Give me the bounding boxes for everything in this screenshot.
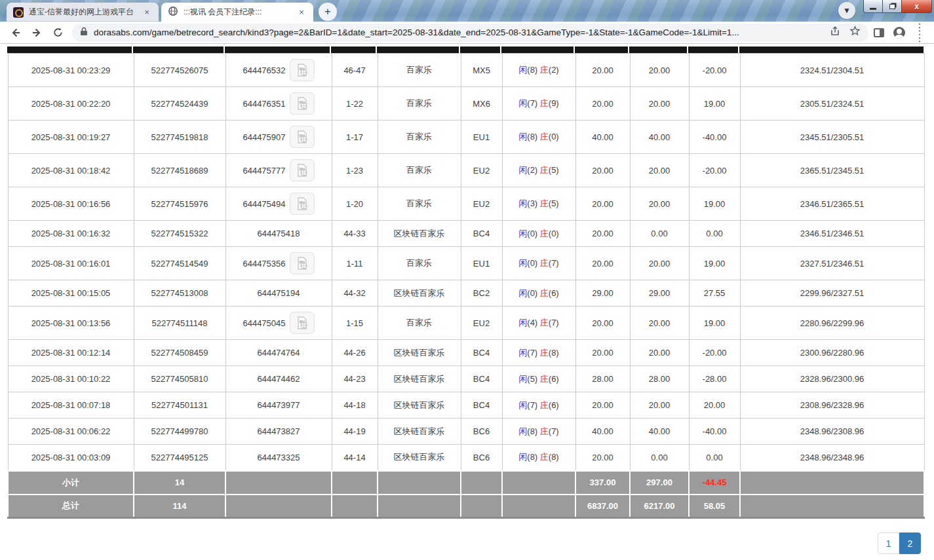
cell-balance: 2308.96/2328.96 xyxy=(740,392,924,419)
cell-win-loss: 19.00 xyxy=(689,307,740,340)
table-row: 2025-08-31 00:15:05 522774513008 6444751… xyxy=(8,280,924,307)
total-row: 总计 114 6837.00 6217.00 58.05 xyxy=(8,495,924,518)
cell-bet-time: 2025-08-31 00:06:22 xyxy=(8,419,134,445)
cell-bet-id: 522774515322 xyxy=(134,221,225,247)
tab-bet-records[interactable]: :::视讯 会员下注纪录::: × xyxy=(161,3,313,22)
cell-bet-amount-link[interactable]: 20.00 xyxy=(575,154,630,187)
bookmark-star-icon[interactable] xyxy=(849,26,861,39)
cell-bet-id: 522774499780 xyxy=(134,419,225,445)
video-replay-icon[interactable] xyxy=(290,92,315,115)
tab-close-icon[interactable]: × xyxy=(296,7,307,17)
cell-bet-amount-link[interactable]: 20.00 xyxy=(575,54,630,87)
round-number: 644476532 xyxy=(243,65,285,75)
cell-table-number: 1-23 xyxy=(332,154,378,187)
video-replay-icon[interactable] xyxy=(290,159,315,181)
cell-bet-amount-link[interactable]: 20.00 xyxy=(575,247,630,280)
round-number: 644473827 xyxy=(257,426,300,436)
cell-table-number: 44-14 xyxy=(332,445,378,471)
cell-table-number: 1-17 xyxy=(332,121,378,154)
cell-bet-amount-link[interactable]: 20.00 xyxy=(575,87,630,121)
page-button-2[interactable]: 2 xyxy=(899,532,921,554)
cell-game-name: 区块链百家乐 xyxy=(378,366,461,392)
minimize-button[interactable] xyxy=(863,0,883,13)
cell-bet-amount-link[interactable]: 28.00 xyxy=(575,366,630,392)
bet-records-table: 2025-08-31 00:23:29 522774526075 6444765… xyxy=(7,53,925,519)
page-button-1[interactable]: 1 xyxy=(878,532,899,554)
cell-table-code: EU1 xyxy=(461,121,502,154)
forward-icon[interactable] xyxy=(28,24,45,41)
player-result-value: (3) xyxy=(527,198,537,208)
cell-win-loss: 27.55 xyxy=(689,280,740,307)
cell-table-number: 44-23 xyxy=(332,366,378,392)
cell-valid-bet: 20.00 xyxy=(630,307,689,340)
cell-bet-amount-link[interactable]: 20.00 xyxy=(575,392,630,419)
video-replay-icon[interactable] xyxy=(290,252,315,274)
cell-table-number: 46-47 xyxy=(332,54,378,87)
cell-bet-amount-link[interactable]: 20.00 xyxy=(575,221,630,247)
video-replay-icon[interactable] xyxy=(290,59,315,81)
cell-result: 闲(7) 庄(6) xyxy=(502,392,575,419)
table-row: 2025-08-31 00:13:56 522774511148 6444750… xyxy=(8,307,924,340)
globe-icon xyxy=(168,6,178,18)
video-replay-icon[interactable] xyxy=(290,312,315,334)
cell-bet-amount-link[interactable]: 29.00 xyxy=(575,280,630,307)
address-bar[interactable]: dorasabs.com/game/betrecord_search/kind3… xyxy=(72,24,868,42)
cell-game-name: 区块链百家乐 xyxy=(378,340,461,366)
cell-valid-bet: 20.00 xyxy=(630,247,689,280)
cell-game-name: 区块链百家乐 xyxy=(378,221,461,247)
cell-table-code: EU2 xyxy=(461,187,502,221)
cell-bet-time: 2025-08-31 00:07:18 xyxy=(8,392,134,419)
tab-home[interactable]: 通宝-信誉最好的网上游戏平台 × xyxy=(7,3,159,22)
table-row: 2025-08-31 00:18:42 522774518689 6444757… xyxy=(8,154,924,187)
cell-result: 闲(8) 庄(7) xyxy=(502,419,575,445)
round-number: 644475194 xyxy=(257,288,300,298)
round-number: 644476351 xyxy=(243,99,285,109)
share-icon[interactable] xyxy=(830,26,840,39)
cell-result: 闲(0) 庄(7) xyxy=(502,247,575,280)
cell-bet-time: 2025-08-31 00:16:01 xyxy=(8,247,134,280)
banker-result-value: (7) xyxy=(549,318,559,327)
tab-search-chevron-icon[interactable]: ▼ xyxy=(838,2,855,19)
video-replay-icon[interactable] xyxy=(290,193,315,215)
cell-game-name: 百家乐 xyxy=(378,154,461,187)
browser-toolbar: dorasabs.com/game/betrecord_search/kind3… xyxy=(0,22,934,44)
round-number: 644475418 xyxy=(257,229,300,238)
menu-kebab-icon[interactable]: ⋮⋮ xyxy=(914,22,925,43)
banker-result-label: 庄 xyxy=(540,258,549,268)
profile-avatar-icon[interactable] xyxy=(893,27,905,39)
maximize-button[interactable] xyxy=(883,0,902,13)
cell-valid-bet: 20.00 xyxy=(630,154,689,187)
cell-table-number: 44-19 xyxy=(332,419,378,445)
cell-bet-amount-link[interactable]: 40.00 xyxy=(575,419,630,445)
player-result-value: (7) xyxy=(527,348,537,358)
cell-bet-amount-link[interactable]: 20.00 xyxy=(575,187,630,221)
tab-close-icon[interactable]: × xyxy=(142,7,152,17)
reload-icon[interactable] xyxy=(49,24,66,41)
round-number: 644475356 xyxy=(243,259,285,269)
cell-game-name: 区块链百家乐 xyxy=(378,419,461,445)
new-tab-button[interactable]: + xyxy=(319,3,337,21)
cell-balance: 2345.51/2305.51 xyxy=(740,121,924,154)
cell-result: 闲(3) 庄(5) xyxy=(502,187,575,221)
cell-balance: 2300.96/2280.96 xyxy=(740,340,924,366)
banker-result-value: (5) xyxy=(549,165,559,175)
url-text[interactable]: dorasabs.com/game/betrecord_search/kind3… xyxy=(94,28,823,37)
cell-bet-time: 2025-08-31 00:10:22 xyxy=(8,366,134,392)
player-result-label: 闲 xyxy=(518,400,527,410)
video-replay-icon[interactable] xyxy=(290,126,315,148)
subtotal-winloss: -44.45 xyxy=(689,471,740,495)
cell-bet-time: 2025-08-31 00:22:20 xyxy=(8,87,134,121)
back-icon[interactable] xyxy=(7,24,24,41)
side-panel-icon[interactable] xyxy=(874,28,884,37)
cell-bet-amount-link[interactable]: 40.00 xyxy=(575,121,630,154)
player-result-value: (8) xyxy=(527,132,537,141)
cell-win-loss: -40.00 xyxy=(689,121,740,154)
cell-bet-amount-link[interactable]: 20.00 xyxy=(575,340,630,366)
cell-bet-amount-link[interactable]: 20.00 xyxy=(575,445,630,471)
banker-result-value: (7) xyxy=(549,258,559,268)
cell-round: 644475418 xyxy=(225,221,332,247)
total-bet: 6837.00 xyxy=(575,495,630,518)
close-button[interactable]: x xyxy=(902,0,932,13)
cell-bet-amount-link[interactable]: 20.00 xyxy=(575,307,630,340)
banker-result-label: 庄 xyxy=(540,400,549,410)
